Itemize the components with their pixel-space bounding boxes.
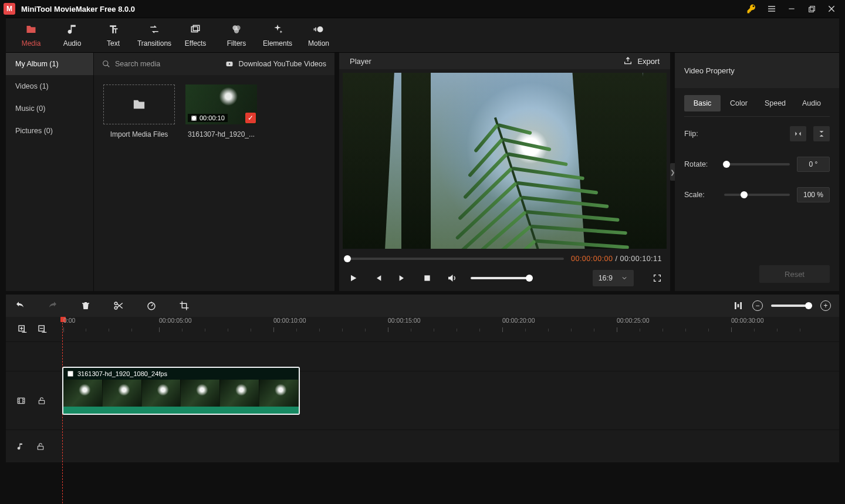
sidebar-item-my-album[interactable]: My Album (1) [6, 53, 93, 75]
search-placeholder: Search media [115, 60, 160, 68]
scale-slider[interactable] [724, 194, 790, 196]
timeline-toolbar: − + [6, 295, 839, 317]
tab-motion[interactable]: Motion [298, 18, 339, 53]
video-track[interactable]: 3161307-hd_1920_1080_24fps [6, 371, 839, 429]
close-button[interactable] [822, 0, 841, 18]
volume-icon[interactable] [446, 273, 458, 283]
minimize-button[interactable] [782, 0, 802, 18]
tab-audio[interactable]: Audio [52, 18, 93, 53]
svg-rect-21 [18, 398, 25, 403]
reset-button[interactable]: Reset [759, 265, 830, 283]
tab-media[interactable]: Media [11, 18, 52, 53]
svg-rect-2 [191, 27, 198, 32]
youtube-icon [225, 60, 234, 67]
download-youtube-button[interactable]: Download YouTube Videos [225, 60, 326, 68]
fit-timeline-icon[interactable] [732, 301, 744, 310]
prev-frame-button[interactable] [372, 273, 384, 283]
clip-name: 3161307-hd_1920_1080_24fps [77, 370, 167, 377]
tab-transitions[interactable]: Transitions [134, 18, 175, 53]
timecode-sep: / [613, 255, 620, 263]
app-title: MiniTool MovieMaker Free 8.0.0 [21, 5, 135, 13]
prop-tab-basic[interactable]: Basic [684, 95, 721, 111]
speed-button[interactable] [146, 300, 157, 311]
video-preview[interactable] [343, 73, 667, 249]
film-icon [191, 115, 197, 121]
filters-icon [231, 23, 242, 36]
prop-tab-speed[interactable]: Speed [757, 95, 793, 111]
crop-button[interactable] [178, 300, 190, 311]
tab-label: Transitions [137, 39, 171, 48]
rotate-slider[interactable] [724, 163, 790, 165]
tab-elements[interactable]: Elements [257, 18, 298, 53]
flip-horizontal-button[interactable] [790, 126, 806, 141]
media-clip-card[interactable]: 00:00:10 ✓ 3161307-hd_1920_... [185, 84, 257, 138]
redo-button[interactable] [47, 301, 59, 310]
text-icon [107, 23, 119, 36]
collapse-handle-icon[interactable]: ❯ [670, 163, 675, 181]
export-icon [623, 56, 633, 66]
ruler-label: 00:00:10:00 [273, 317, 306, 324]
tab-effects[interactable]: Effects [175, 18, 216, 53]
next-frame-button[interactable] [397, 273, 408, 283]
ruler-label: 00:00:05:00 [159, 317, 191, 324]
export-button[interactable]: Export [623, 56, 660, 66]
player-title: Player [350, 57, 371, 66]
zoom-in-button[interactable]: + [820, 300, 831, 311]
scale-value[interactable]: 100 % [797, 187, 830, 202]
sidebar-item-music[interactable]: Music (0) [6, 97, 93, 120]
timeline: 0:00 00:00:05:00 00:00:10:00 00:00:15:00… [6, 317, 839, 462]
undo-button[interactable] [14, 301, 26, 310]
rotate-value[interactable]: 0 ° [797, 157, 830, 172]
svg-point-8 [103, 61, 108, 66]
stop-button[interactable] [421, 274, 433, 282]
tab-filters[interactable]: Filters [216, 18, 257, 53]
ruler-label: 00:00:20:00 [502, 317, 535, 324]
zoom-out-button[interactable]: − [752, 300, 763, 311]
zoom-slider[interactable] [771, 305, 812, 307]
timeline-clip[interactable]: 3161307-hd_1920_1080_24fps [62, 367, 300, 415]
add-track-icon[interactable] [16, 324, 28, 334]
sidebar-item-pictures[interactable]: Pictures (0) [6, 120, 93, 142]
menu-icon[interactable] [762, 0, 782, 18]
download-youtube-label: Download YouTube Videos [239, 60, 326, 68]
maximize-button[interactable] [802, 0, 822, 18]
seek-bar[interactable] [347, 258, 564, 260]
svg-point-16 [114, 302, 117, 305]
svg-rect-23 [68, 371, 73, 377]
svg-rect-12 [192, 119, 192, 120]
svg-rect-11 [192, 116, 192, 117]
prop-tab-color[interactable]: Color [721, 95, 757, 111]
rotate-label: Rotate: [684, 160, 717, 168]
tab-text[interactable]: Text [93, 18, 134, 53]
unlock-icon[interactable] [38, 396, 46, 405]
tab-label: Filters [227, 39, 246, 48]
media-sidebar: My Album (1) Videos (1) Music (0) Pictur… [6, 53, 94, 291]
search-media[interactable]: Search media [102, 60, 160, 68]
delete-button[interactable] [80, 300, 92, 311]
export-label: Export [637, 57, 660, 66]
aspect-ratio-select[interactable]: 16:9 [593, 270, 634, 286]
svg-rect-14 [195, 119, 196, 120]
flip-vertical-button[interactable] [813, 126, 830, 141]
play-button[interactable] [347, 273, 359, 283]
license-key-icon[interactable] [742, 0, 762, 18]
unlock-icon[interactable] [36, 442, 45, 451]
flip-label: Flip: [684, 130, 717, 138]
folder-icon [131, 98, 147, 111]
ruler-label: 00:00:15:00 [388, 317, 420, 324]
ruler-label: 00:00:30:00 [731, 317, 763, 324]
split-button[interactable] [113, 300, 124, 311]
svg-rect-15 [424, 275, 430, 280]
scale-label: Scale: [684, 191, 717, 199]
player-panel: Player Export [339, 53, 670, 291]
import-media-card[interactable]: Import Media Files [103, 84, 175, 138]
fullscreen-button[interactable] [653, 273, 662, 283]
prop-tab-audio[interactable]: Audio [793, 95, 830, 111]
sidebar-item-videos[interactable]: Videos (1) [6, 75, 93, 97]
remove-track-icon[interactable] [36, 324, 48, 334]
svg-rect-13 [195, 116, 196, 117]
timeline-ruler[interactable]: 0:00 00:00:05:00 00:00:10:00 00:00:15:00… [6, 317, 839, 341]
clip-label: 3161307-hd_1920_... [185, 130, 257, 138]
audio-track[interactable] [6, 429, 839, 462]
volume-slider[interactable] [471, 277, 529, 279]
